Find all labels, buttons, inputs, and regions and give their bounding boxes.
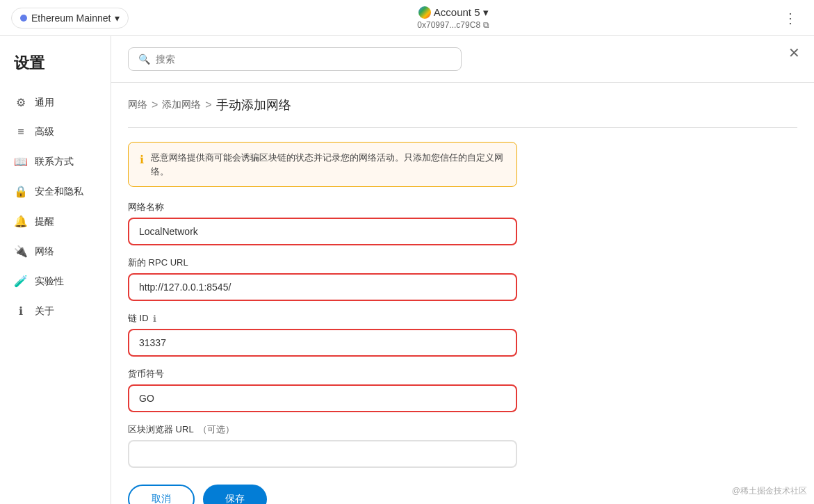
explorer-input[interactable]	[128, 440, 517, 468]
account-center: Account 5 ▾ 0x70997...c79C8 ⧉	[417, 6, 489, 30]
sidebar-item-experimental[interactable]: 🧪 实验性	[0, 266, 111, 296]
form-buttons: 取消 保存	[128, 485, 517, 504]
gear-icon: ⚙	[14, 96, 28, 109]
content-area: 🔍 ✕ 网络 > 添加网络 > 手动添加网络 ℹ 恶意网络提供商可能会诱骗区块链…	[111, 36, 814, 504]
search-bar: 🔍	[128, 47, 462, 71]
breadcrumb-sep-1: >	[152, 99, 158, 111]
sidebar-title: 设置	[0, 53, 111, 88]
breadcrumb-current: 手动添加网络	[216, 97, 291, 113]
currency-group: 货币符号	[128, 368, 517, 412]
cancel-button[interactable]: 取消	[128, 485, 195, 504]
sidebar-item-alerts[interactable]: 🔔 提醒	[0, 206, 111, 236]
sidebar-item-advanced[interactable]: ≡ 高级	[0, 117, 111, 147]
explorer-group: 区块浏览器 URL （可选）	[128, 423, 517, 468]
account-name-label: Account 5	[434, 6, 480, 18]
warning-text: 恶意网络提供商可能会诱骗区块链的状态并记录您的网络活动。只添加您信任的自定义网络…	[151, 151, 505, 178]
sidebar-item-general[interactable]: ⚙ 通用	[0, 88, 111, 117]
info-icon: ℹ	[14, 304, 28, 318]
sidebar-item-label: 网络	[35, 245, 54, 258]
breadcrumb: 网络 > 添加网络 > 手动添加网络	[128, 97, 797, 113]
network-selector[interactable]: Ethereum Mainnet ▾	[11, 8, 129, 29]
network-label: Ethereum Mainnet	[31, 13, 111, 24]
network-name-input[interactable]	[128, 218, 517, 245]
breadcrumb-add-network[interactable]: 添加网络	[162, 99, 201, 111]
network-name-group: 网络名称	[128, 201, 517, 245]
save-button[interactable]: 保存	[203, 485, 267, 504]
menu-icon: ≡	[14, 126, 28, 138]
chain-id-input[interactable]	[128, 329, 517, 357]
sidebar-item-label: 联系方式	[35, 156, 74, 168]
network-name-label: 网络名称	[128, 201, 517, 213]
account-chevron-icon: ▾	[483, 6, 489, 19]
sidebar-item-security[interactable]: 🔒 安全和隐私	[0, 177, 111, 206]
warning-icon: ℹ	[140, 152, 144, 168]
rpc-url-label: 新的 RPC URL	[128, 257, 517, 269]
account-address[interactable]: 0x70997...c79C8 ⧉	[417, 20, 489, 30]
explorer-optional-label: （可选）	[198, 423, 234, 436]
search-input[interactable]	[156, 54, 451, 65]
sidebar-item-label: 安全和隐私	[35, 186, 83, 198]
chain-id-info-icon[interactable]: ℹ	[153, 314, 156, 324]
network-form: 网络名称 新的 RPC URL 链 ID ℹ	[128, 201, 517, 504]
settings-main-content: 网络 > 添加网络 > 手动添加网络 ℹ 恶意网络提供商可能会诱骗区块链的状态并…	[111, 83, 814, 504]
globe-icon	[418, 6, 431, 19]
sidebar-item-label: 提醒	[35, 216, 54, 228]
book-icon: 📖	[14, 155, 28, 168]
lock-icon: 🔒	[14, 185, 28, 198]
currency-input[interactable]	[128, 384, 517, 412]
chain-id-group: 链 ID ℹ	[128, 312, 517, 357]
account-name[interactable]: Account 5 ▾	[418, 6, 489, 19]
search-icon: 🔍	[138, 54, 150, 65]
network-chevron-icon: ▾	[115, 13, 120, 24]
rpc-url-group: 新的 RPC URL	[128, 257, 517, 301]
sidebar-item-label: 实验性	[35, 275, 64, 288]
plug-icon: 🔌	[14, 245, 28, 258]
currency-label: 货币符号	[128, 368, 517, 380]
copy-icon: ⧉	[483, 20, 489, 30]
sidebar-item-contacts[interactable]: 📖 联系方式	[0, 147, 111, 177]
close-button[interactable]: ✕	[788, 46, 800, 60]
bell-icon: 🔔	[14, 215, 28, 228]
sidebar-item-label: 高级	[35, 126, 54, 138]
network-indicator	[20, 15, 27, 22]
search-container: 🔍	[111, 36, 814, 83]
sidebar-item-label: 通用	[35, 97, 54, 109]
main-layout: 设置 ⚙ 通用 ≡ 高级 📖 联系方式 🔒 安全和隐私 🔔 提醒 🔌 网络 🧪 …	[0, 36, 814, 504]
sidebar: 设置 ⚙ 通用 ≡ 高级 📖 联系方式 🔒 安全和隐私 🔔 提醒 🔌 网络 🧪 …	[0, 36, 111, 504]
sidebar-item-about[interactable]: ℹ 关于	[0, 296, 111, 326]
breadcrumb-network[interactable]: 网络	[128, 99, 147, 111]
kebab-menu-button[interactable]: ⋮	[778, 7, 803, 29]
sidebar-item-network[interactable]: 🔌 网络	[0, 236, 111, 266]
warning-box: ℹ 恶意网络提供商可能会诱骗区块链的状态并记录您的网络活动。只添加您信任的自定义…	[128, 142, 517, 187]
chain-id-label: 链 ID ℹ	[128, 312, 517, 325]
rpc-url-input[interactable]	[128, 273, 517, 301]
breadcrumb-sep-2: >	[205, 99, 211, 111]
flask-icon: 🧪	[14, 275, 28, 288]
explorer-label: 区块浏览器 URL （可选）	[128, 423, 517, 436]
divider	[128, 127, 797, 128]
top-bar: Ethereum Mainnet ▾ Account 5 ▾ 0x70997..…	[0, 0, 814, 36]
watermark: @稀土掘金技术社区	[732, 485, 807, 497]
sidebar-item-label: 关于	[35, 305, 54, 318]
address-text: 0x70997...c79C8	[417, 20, 480, 30]
